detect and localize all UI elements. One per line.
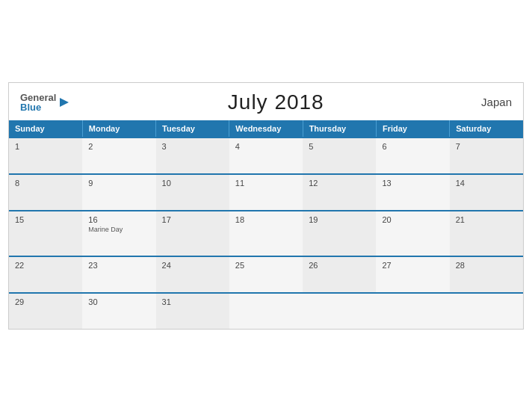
table-row: 25 (229, 256, 303, 293)
calendar-title: July 2018 (228, 90, 324, 114)
table-row: 17 (156, 211, 229, 256)
day-number: 17 (162, 215, 223, 224)
table-row: 3 (156, 137, 229, 174)
table-row: 29 (9, 293, 82, 329)
table-row: 23 (82, 256, 155, 293)
day-number: 20 (382, 215, 443, 224)
day-number: 7 (456, 142, 517, 151)
logo-blue-text: Blue (20, 102, 56, 112)
calendar-week-row: 1516Marine Day1718192021 (9, 211, 523, 256)
calendar-country: Japan (481, 96, 512, 108)
table-row: 6 (376, 137, 449, 174)
svg-marker-0 (60, 98, 69, 107)
day-number: 6 (382, 142, 443, 151)
day-number: 29 (15, 297, 76, 306)
header-friday: Friday (376, 120, 449, 137)
table-row: 19 (303, 211, 376, 256)
table-row: 12 (303, 174, 376, 211)
day-number: 10 (162, 179, 223, 188)
day-number: 21 (456, 215, 517, 224)
calendar-week-row: 1234567 (9, 137, 523, 174)
table-row: 20 (376, 211, 449, 256)
day-number: 11 (235, 179, 297, 188)
day-number: 3 (162, 142, 223, 151)
table-row: 31 (156, 293, 229, 329)
holiday-label: Marine Day (88, 226, 149, 233)
day-number: 1 (15, 142, 76, 151)
table-row: 21 (450, 211, 523, 256)
table-row (229, 293, 303, 329)
day-number: 13 (382, 179, 443, 188)
table-row: 14 (450, 174, 523, 211)
calendar-header: General Blue July 2018 Japan (9, 83, 523, 120)
table-row: 30 (82, 293, 155, 329)
table-row: 28 (450, 256, 523, 293)
day-number: 26 (309, 261, 370, 270)
table-row: 9 (82, 174, 155, 211)
table-row (303, 293, 376, 329)
day-number: 24 (162, 261, 223, 270)
table-row: 8 (9, 174, 82, 211)
day-number: 23 (88, 261, 149, 270)
header-sunday: Sunday (9, 120, 82, 137)
day-number: 31 (162, 297, 223, 306)
calendar-week-row: 891011121314 (9, 174, 523, 211)
day-number: 19 (309, 215, 370, 224)
calendar-week-row: 22232425262728 (9, 256, 523, 293)
table-row: 18 (229, 211, 303, 256)
table-row: 15 (9, 211, 82, 256)
table-row: 2 (82, 137, 155, 174)
day-number: 12 (309, 179, 370, 188)
day-number: 8 (15, 179, 76, 188)
day-number: 15 (15, 215, 76, 224)
calendar-table: Sunday Monday Tuesday Wednesday Thursday… (9, 120, 523, 329)
calendar: General Blue July 2018 Japan Sunday Mond… (8, 82, 524, 330)
header-wednesday: Wednesday (229, 120, 303, 137)
table-row: 10 (156, 174, 229, 211)
table-row: 22 (9, 256, 82, 293)
weekday-header-row: Sunday Monday Tuesday Wednesday Thursday… (9, 120, 523, 137)
table-row: 26 (303, 256, 376, 293)
table-row: 5 (303, 137, 376, 174)
day-number: 25 (235, 261, 297, 270)
table-row (376, 293, 449, 329)
day-number: 22 (15, 261, 76, 270)
day-number: 14 (456, 179, 517, 188)
day-number: 4 (235, 142, 297, 151)
table-row (450, 293, 523, 329)
day-number: 16 (88, 215, 149, 224)
table-row: 24 (156, 256, 229, 293)
day-number: 28 (456, 261, 517, 270)
header-monday: Monday (82, 120, 155, 137)
logo-general-text: General (20, 93, 56, 102)
table-row: 16Marine Day (82, 211, 155, 256)
day-number: 27 (382, 261, 443, 270)
flag-icon (58, 96, 70, 108)
day-number: 30 (88, 297, 149, 306)
day-number: 9 (88, 179, 149, 188)
table-row: 11 (229, 174, 303, 211)
header-tuesday: Tuesday (156, 120, 229, 137)
day-number: 18 (235, 215, 297, 224)
table-row: 13 (376, 174, 449, 211)
calendar-week-row: 293031 (9, 293, 523, 329)
table-row: 27 (376, 256, 449, 293)
logo: General Blue (20, 93, 70, 112)
table-row: 7 (450, 137, 523, 174)
header-saturday: Saturday (450, 120, 523, 137)
table-row: 4 (229, 137, 303, 174)
header-thursday: Thursday (303, 120, 376, 137)
day-number: 2 (88, 142, 149, 151)
day-number: 5 (309, 142, 370, 151)
table-row: 1 (9, 137, 82, 174)
